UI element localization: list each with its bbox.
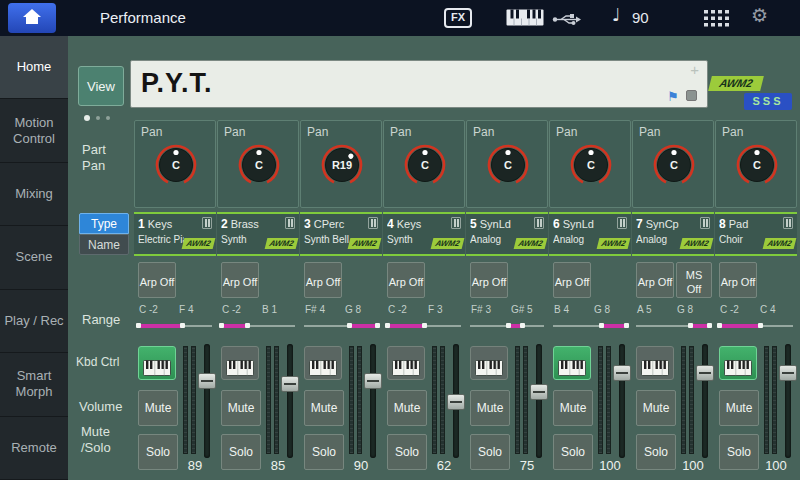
arp-onoff-button[interactable]: Arp Off	[221, 262, 259, 298]
sidebar-item-smart-morph[interactable]: Smart Morph	[0, 353, 68, 416]
mute-button[interactable]: Mute	[553, 390, 593, 426]
part-name-button[interactable]: 4Keys Synth AWM2	[383, 212, 465, 256]
part-name-button[interactable]: 3CPerc Synth Bell AWM2	[300, 212, 382, 256]
sidebar-item-play-rec[interactable]: Play / Rec	[0, 290, 68, 353]
mute-button[interactable]: Mute	[304, 390, 344, 426]
keyboard-icon[interactable]	[506, 9, 544, 30]
arp-onoff-button[interactable]: Arp Off	[470, 262, 508, 298]
fader-handle[interactable]	[779, 365, 797, 381]
pan-knob[interactable]: C	[152, 141, 200, 189]
fader-handle[interactable]	[696, 365, 714, 381]
home-button[interactable]	[8, 3, 56, 33]
fader-handle[interactable]	[364, 373, 382, 389]
mute-button[interactable]: Mute	[138, 390, 178, 426]
range-high: G 8	[677, 304, 693, 315]
fader-handle[interactable]	[447, 394, 465, 410]
part-name-button[interactable]: 1Keys Electric Pia AWM2	[134, 212, 216, 256]
solo-button[interactable]: Solo	[553, 434, 593, 470]
arp-onoff-button[interactable]: Arp Off	[553, 262, 591, 298]
kbd-ctrl-button[interactable]	[387, 346, 425, 380]
fader-handle[interactable]	[613, 365, 631, 381]
solo-button[interactable]: Solo	[719, 434, 759, 470]
kbd-ctrl-button[interactable]	[719, 346, 757, 380]
pan-knob[interactable]: C	[235, 141, 283, 189]
pan-knob[interactable]: C	[401, 141, 449, 189]
part-name-button[interactable]: 6SynLd Analog AWM2	[549, 212, 631, 256]
performance-name-field[interactable]: P.Y.T. + ⚑	[130, 60, 708, 108]
note-range[interactable]: C -2 B 1	[217, 300, 299, 342]
range-high: F 3	[428, 304, 442, 315]
volume-fader[interactable]	[364, 344, 382, 458]
note-range[interactable]: C -2 C 4	[715, 300, 797, 342]
pan-knob[interactable]: C	[484, 141, 532, 189]
volume-fader[interactable]	[613, 344, 631, 458]
fx-icon[interactable]: FX	[444, 8, 472, 28]
note-range[interactable]: F# 4 G 8	[300, 300, 382, 342]
solo-button[interactable]: Solo	[304, 434, 344, 470]
view-button[interactable]: View	[78, 66, 124, 106]
note-range[interactable]: F# 3 G# 5	[466, 300, 548, 342]
arp-onoff-button[interactable]: Arp Off	[387, 262, 425, 298]
note-range[interactable]: C -2 F 4	[134, 300, 216, 342]
volume-fader[interactable]	[198, 344, 216, 458]
kbd-ctrl-button[interactable]	[221, 346, 259, 380]
pan-knob[interactable]: R19	[318, 141, 366, 189]
mute-button[interactable]: Mute	[221, 390, 261, 426]
sidebar-item-home[interactable]: Home	[0, 36, 68, 99]
pan-knob[interactable]: C	[650, 141, 698, 189]
arp-onoff-button[interactable]: Arp Off	[636, 262, 674, 298]
quarter-note-icon[interactable]: ♩	[612, 4, 621, 25]
gear-icon[interactable]: ⚙	[751, 4, 768, 26]
mute-button[interactable]: Mute	[719, 390, 759, 426]
volume-fader[interactable]	[696, 344, 714, 458]
pan-knob[interactable]: C	[733, 141, 781, 189]
part-column: Pan C 4Keys Synth AWM2 Arp Off C -2 F 3	[383, 120, 465, 480]
part-name-button[interactable]: 7SynCp Analog AWM2	[632, 212, 714, 256]
kbd-ctrl-button[interactable]	[470, 346, 508, 380]
kbd-ctrl-button[interactable]	[304, 346, 342, 380]
fader-handle[interactable]	[281, 376, 299, 392]
solo-button[interactable]: Solo	[221, 434, 261, 470]
note-range[interactable]: B 4 G 8	[549, 300, 631, 342]
svg-text:C: C	[172, 159, 180, 171]
arp-onoff-button[interactable]: Arp Off	[138, 262, 176, 298]
part-name-button[interactable]: 5SynLd Analog AWM2	[466, 212, 548, 256]
volume-fader[interactable]	[779, 344, 797, 458]
part-name-button[interactable]: 2Brass Synth AWM2	[217, 212, 299, 256]
solo-button[interactable]: Solo	[636, 434, 676, 470]
tempo-value[interactable]: 90	[632, 9, 649, 26]
kbd-ctrl-button[interactable]	[553, 346, 591, 380]
fader-handle[interactable]	[198, 373, 216, 389]
solo-button[interactable]: Solo	[387, 434, 427, 470]
level-meter	[598, 346, 603, 454]
solo-button[interactable]: Solo	[138, 434, 178, 470]
range-high: G 8	[345, 304, 361, 315]
note-range[interactable]: C -2 F 3	[383, 300, 465, 342]
kbd-ctrl-button[interactable]	[138, 346, 176, 380]
volume-fader[interactable]	[447, 344, 465, 458]
sidebar-item-motion-control[interactable]: Motion Control	[0, 99, 68, 162]
sidebar-item-remote[interactable]: Remote	[0, 417, 68, 480]
arp-onoff-button[interactable]: Arp Off	[719, 262, 757, 298]
usb-icon[interactable]	[552, 12, 582, 30]
pan-knob[interactable]: C	[567, 141, 615, 189]
kbd-ctrl-button[interactable]	[636, 346, 674, 380]
volume-fader[interactable]	[281, 344, 299, 458]
grid-icon[interactable]	[702, 8, 732, 32]
sidebar-item-mixing[interactable]: Mixing	[0, 163, 68, 226]
mute-button[interactable]: Mute	[636, 390, 676, 426]
solo-button[interactable]: Solo	[470, 434, 510, 470]
svg-text:C: C	[753, 159, 761, 171]
motion-seq-button[interactable]: MS Off	[676, 262, 712, 298]
mute-button[interactable]: Mute	[387, 390, 427, 426]
fader-handle[interactable]	[530, 384, 548, 400]
volume-fader[interactable]	[530, 344, 548, 458]
svg-text:C: C	[421, 159, 429, 171]
mute-button[interactable]: Mute	[470, 390, 510, 426]
arp-onoff-button[interactable]: Arp Off	[304, 262, 342, 298]
note-range[interactable]: A 5 G 8	[632, 300, 714, 342]
sidebar-item-scene[interactable]: Scene	[0, 226, 68, 289]
part-name-button[interactable]: 8Pad Choir AWM2	[715, 212, 797, 256]
part-category: 1Keys	[138, 217, 200, 231]
favorite-icon[interactable]: +	[690, 61, 699, 78]
